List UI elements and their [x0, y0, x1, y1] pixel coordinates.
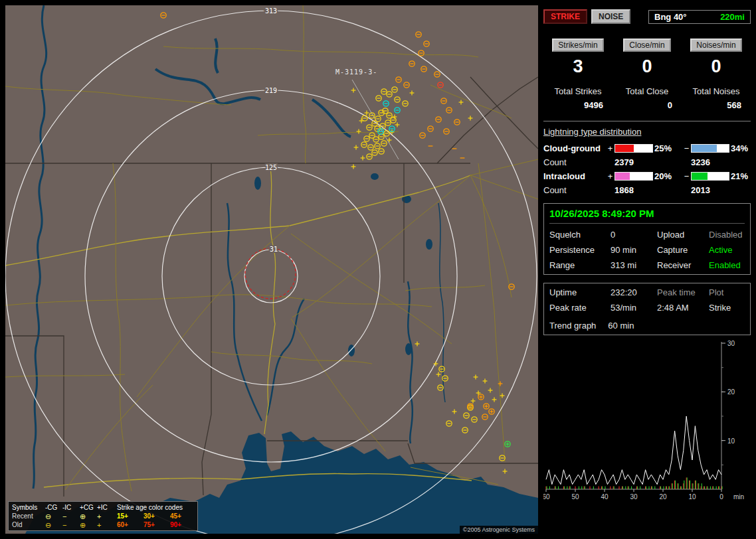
svg-text:10: 10 [727, 437, 735, 445]
ic-negative-count: 2013 [691, 185, 728, 195]
app-window: 31321912531M-3119-3- Symbols -CG -IC +CG… [0, 0, 756, 539]
svg-text:0: 0 [719, 493, 723, 501]
svg-text:30: 30 [727, 340, 735, 347]
strikes-per-min-chip[interactable]: Strikes/min [552, 38, 603, 52]
svg-text:20: 20 [727, 388, 735, 396]
age-90: 90+ [170, 521, 194, 528]
strikes-per-min-value: 3 [543, 56, 613, 77]
control-panel: STRIKE NOISE Bng 40° 220mi Strikes/min 3… [543, 5, 751, 534]
cg-negative-count: 3236 [691, 157, 728, 167]
minus-sign: − [682, 143, 691, 153]
cg-positive-pct: 25% [652, 143, 682, 153]
total-strikes-value: 9496 [543, 100, 613, 110]
map-legend: Symbols -CG -IC +CG +IC Strike age color… [8, 501, 198, 531]
age-75: 75+ [143, 521, 170, 528]
rate-section: Strikes/min 3 Close/min 0 Noises/min 0 [543, 38, 751, 77]
age-45: 45+ [170, 512, 194, 520]
strike-button[interactable]: STRIKE [543, 9, 587, 24]
datetime-display: 10/26/2025 8:49:20 PM [549, 208, 745, 224]
cg-negative-bar [691, 144, 729, 153]
cg-negative-pct: 34% [728, 143, 751, 153]
ic-positive-pct: 20% [652, 171, 682, 181]
legend-age-header: Strike age color codes [117, 504, 194, 511]
totals-section: Total Strikes 9496 Total Close 0 Total N… [543, 86, 751, 110]
noise-button[interactable]: NOISE [591, 9, 630, 24]
squelch-value: 0 [611, 230, 657, 240]
plot-label: Plot [709, 287, 745, 297]
svg-text:20: 20 [659, 493, 667, 501]
svg-text:min: min [733, 493, 744, 501]
total-strikes-label: Total Strikes [543, 86, 613, 96]
storm-cell-label: M-3119-3- [335, 68, 377, 76]
map-area[interactable]: 31321912531M-3119-3- Symbols -CG -IC +CG… [5, 5, 538, 534]
total-close-value: 0 [613, 100, 682, 110]
bearing-range-display: Bng 40° 220mi [648, 10, 751, 24]
plus-sign: + [606, 143, 614, 153]
age-30: 30+ [143, 512, 170, 520]
intracloud-count-row: Count 1868 2013 [543, 185, 751, 195]
svg-text:60: 60 [543, 493, 550, 501]
capture-label: Capture [657, 245, 709, 255]
svg-text:30: 30 [630, 493, 638, 501]
ic-positive-bar [614, 172, 653, 181]
range-value: 313 mi [611, 260, 657, 270]
noises-per-min-chip[interactable]: Noises/min [690, 38, 741, 52]
range-ring-label: 31 [270, 246, 278, 253]
lightning-map: 31321912531M-3119-3- [5, 5, 538, 534]
count-label: Count [543, 185, 606, 195]
age-15: 15+ [117, 512, 143, 520]
svg-text:10: 10 [688, 493, 696, 501]
noises-per-min-value: 0 [682, 56, 751, 77]
upload-label: Upload [657, 230, 709, 240]
svg-text:40: 40 [601, 493, 609, 501]
cloud-ground-label: Cloud-ground [543, 143, 606, 153]
svg-text:50: 50 [571, 493, 579, 501]
total-noises-label: Total Noises [682, 86, 751, 96]
old-pic-icon: + [97, 522, 117, 528]
recent-pcg-icon: ⊕ [80, 513, 97, 520]
legend-old-label: Old [12, 521, 45, 528]
recent-pic-icon: + [97, 513, 117, 520]
minus-sign: − [682, 171, 691, 181]
total-noises-value: 568 [682, 100, 751, 110]
copyright-notice: ©2005 Astrogenic Systems [460, 526, 538, 534]
legend-col-nic: -IC [62, 504, 80, 511]
old-nic-icon: − [62, 522, 80, 528]
plot-value: Strike [709, 303, 745, 313]
legend-col-pic: +IC [97, 504, 117, 511]
legend-recent-label: Recent [12, 512, 45, 520]
status-box: 10/26/2025 8:49:20 PM Squelch 0 Upload D… [543, 203, 751, 275]
range-value: 220mi [720, 12, 745, 22]
legend-col-ncg: -CG [45, 504, 62, 511]
uptime-value: 232:20 [611, 287, 657, 297]
total-close-label: Total Close [613, 86, 682, 96]
cg-positive-bar [614, 144, 653, 153]
intracloud-label: Intracloud [543, 171, 606, 181]
age-60: 60+ [117, 521, 143, 528]
range-label: Range [549, 260, 611, 270]
count-label: Count [543, 157, 606, 167]
distribution-title: Lightning type distribution [543, 127, 751, 137]
old-pcg-icon: ⊕ [80, 522, 97, 528]
legend-col-pcg: +CG [80, 504, 97, 511]
capture-status: Active [709, 245, 745, 255]
close-per-min-value: 0 [613, 56, 682, 77]
squelch-label: Squelch [549, 230, 611, 240]
recent-nic-icon: − [62, 513, 80, 520]
info-grid: Uptime 232:20 Peak time Plot Peak rate 5… [549, 287, 745, 313]
persistence-label: Persistence [549, 245, 611, 255]
peak-time-value: 2:48 AM [657, 303, 709, 313]
close-per-min-chip[interactable]: Close/min [623, 38, 670, 52]
range-ring-label: 313 [265, 7, 277, 15]
recent-ncg-icon: ⊖ [45, 513, 62, 520]
peak-rate-label: Peak rate [549, 303, 611, 313]
status-grid: Squelch 0 Upload Disabled Persistence 90… [549, 230, 745, 270]
bearing-label: Bng 40° [654, 12, 687, 22]
persistence-value: 90 min [611, 245, 657, 255]
old-ncg-icon: ⊖ [45, 522, 62, 528]
info-box: Uptime 232:20 Peak time Plot Peak rate 5… [543, 283, 751, 335]
cg-positive-count: 2379 [614, 157, 652, 167]
uptime-label: Uptime [549, 287, 611, 297]
ic-negative-bar [691, 172, 729, 181]
legend-symbols-header: Symbols [12, 504, 45, 511]
